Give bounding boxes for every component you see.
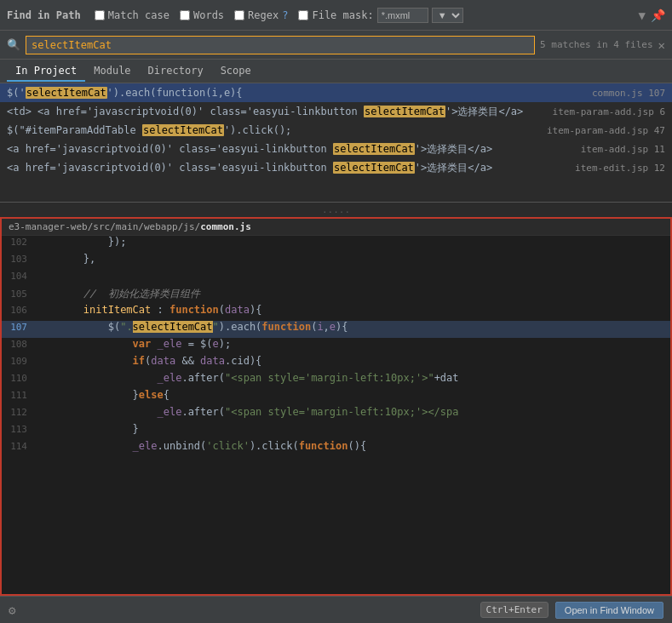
line-number: 106 bbox=[2, 305, 34, 316]
line-content: initItemCat : function(data){ bbox=[34, 304, 670, 316]
result-file: common.js 107 bbox=[592, 88, 665, 99]
filemask-option: File mask: ▼ bbox=[298, 8, 462, 23]
find-in-path-panel: Find in Path Match case Words Regex ? Fi… bbox=[0, 0, 672, 596]
line-content: _ele.after("<span style='margin-left:10p… bbox=[34, 372, 670, 384]
line-content: }else{ bbox=[34, 389, 670, 401]
line-number: 111 bbox=[2, 390, 34, 401]
tab-scope[interactable]: Scope bbox=[212, 61, 260, 82]
result-code: $("#itemParamAddTable selectItemCat').cl… bbox=[7, 124, 540, 136]
code-highlight: selectItemCat bbox=[142, 124, 224, 136]
line-number: 112 bbox=[2, 407, 34, 418]
line-content: }); bbox=[34, 236, 670, 248]
line-number: 104 bbox=[2, 271, 34, 282]
match-case-option[interactable]: Match case bbox=[95, 9, 169, 21]
result-code: <a href='javascriptvoid(0)' class='easyu… bbox=[7, 142, 574, 157]
code-body: 102 }); 103 }, 104 105 // 初始化选择类目组件 106 bbox=[2, 236, 670, 592]
code-line: 114 _ele.unbind('click').click(function(… bbox=[2, 440, 670, 457]
code-line: 111 }else{ bbox=[2, 389, 670, 406]
line-number: 114 bbox=[2, 441, 34, 452]
tabs-row: In Project Module Directory Scope bbox=[0, 60, 672, 83]
code-line: 113 } bbox=[2, 423, 670, 440]
open-in-find-window-button[interactable]: Open in Find Window bbox=[555, 602, 663, 619]
line-number: 105 bbox=[2, 289, 34, 300]
regex-label: Regex bbox=[248, 9, 279, 21]
code-highlight: selectItemCat bbox=[333, 162, 415, 174]
pin-icon[interactable]: 📌 bbox=[651, 9, 665, 22]
header-bar: Find in Path Match case Words Regex ? Fi… bbox=[0, 0, 672, 31]
words-option[interactable]: Words bbox=[180, 9, 224, 21]
line-content: // 初始化选择类目组件 bbox=[34, 287, 670, 301]
tab-module[interactable]: Module bbox=[85, 61, 139, 82]
result-row[interactable]: <td> <a href='javascriptvoid(0)' class='… bbox=[0, 102, 672, 121]
code-line-107: 107 $(".selectItemCat").each(function(i,… bbox=[2, 321, 670, 338]
filemask-checkbox[interactable] bbox=[298, 10, 308, 20]
line-content: var _ele = $(e); bbox=[34, 338, 670, 350]
line-content: $(".selectItemCat").each(function(i,e){ bbox=[34, 321, 670, 333]
code-line: 106 initItemCat : function(data){ bbox=[2, 304, 670, 321]
result-row[interactable]: $("#itemParamAddTable selectItemCat').cl… bbox=[0, 121, 672, 140]
code-line: 109 if(data && data.cid){ bbox=[2, 355, 670, 372]
line-content: }, bbox=[34, 253, 670, 265]
line-content: _ele.after("<span style='margin-left:10p… bbox=[34, 406, 670, 418]
result-file: item-add.jsp 11 bbox=[581, 144, 665, 155]
code-line: 105 // 初始化选择类目组件 bbox=[2, 287, 670, 304]
words-label: Words bbox=[193, 9, 224, 21]
filemask-input[interactable] bbox=[377, 8, 428, 23]
panel-title: Find in Path bbox=[7, 9, 81, 21]
line-number: 110 bbox=[2, 373, 34, 384]
settings-gear-icon[interactable]: ⚙ bbox=[9, 603, 15, 617]
search-icon: 🔍 bbox=[7, 38, 20, 51]
code-line: 112 _ele.after("<span style='margin-left… bbox=[2, 406, 670, 423]
line-number: 107 bbox=[2, 322, 34, 333]
code-line: 103 }, bbox=[2, 253, 670, 270]
code-line: 108 var _ele = $(e); bbox=[2, 338, 670, 355]
bottom-bar: ⚙ Ctrl+Enter Open in Find Window bbox=[0, 596, 672, 623]
regex-help-icon[interactable]: ? bbox=[282, 9, 288, 21]
tab-directory[interactable]: Directory bbox=[140, 61, 212, 82]
match-case-label: Match case bbox=[108, 9, 169, 21]
result-file: item-edit.jsp 12 bbox=[575, 163, 665, 174]
line-number: 109 bbox=[2, 356, 34, 367]
regex-checkbox[interactable] bbox=[234, 10, 244, 20]
code-line: 104 bbox=[2, 270, 670, 287]
header-icons: ▼ 📌 bbox=[639, 9, 665, 22]
bottom-right-actions: Ctrl+Enter Open in Find Window bbox=[480, 602, 663, 619]
code-prefix: $(' bbox=[7, 87, 26, 99]
line-number: 108 bbox=[2, 339, 34, 350]
code-suffix: ').each(function(i,e){ bbox=[107, 87, 243, 99]
line-number: 113 bbox=[2, 424, 34, 435]
line-number: 102 bbox=[2, 237, 34, 248]
code-highlight: selectItemCat bbox=[333, 143, 415, 155]
result-file: item-param-add.jsp 47 bbox=[547, 125, 665, 136]
search-clear-icon[interactable]: ✕ bbox=[658, 38, 665, 52]
code-file-header: e3-manager-web/src/main/webapp/js/common… bbox=[2, 219, 670, 236]
tab-in-project[interactable]: In Project bbox=[7, 61, 85, 82]
result-code: <td> <a href='javascriptvoid(0)' class='… bbox=[7, 105, 546, 119]
file-path: e3-manager-web/src/main/webapp/js/ bbox=[9, 221, 200, 232]
filter-icon[interactable]: ▼ bbox=[639, 9, 646, 22]
line-number: 103 bbox=[2, 254, 34, 265]
result-file: item-param-add.jsp 6 bbox=[553, 106, 665, 117]
results-list: $('selectItemCat').each(function(i,e){ c… bbox=[0, 83, 672, 203]
line-content: if(data && data.cid){ bbox=[34, 355, 670, 367]
result-code: $('selectItemCat').each(function(i,e){ bbox=[7, 87, 585, 99]
regex-option[interactable]: Regex ? bbox=[234, 9, 288, 21]
code-highlight: selectItemCat bbox=[26, 87, 107, 99]
words-checkbox[interactable] bbox=[180, 10, 190, 20]
code-highlight: selectItemCat bbox=[364, 106, 445, 117]
divider: ..... bbox=[0, 203, 672, 217]
line-content: } bbox=[34, 423, 670, 435]
search-input[interactable] bbox=[26, 36, 535, 54]
code-line: 102 }); bbox=[2, 236, 670, 253]
result-row[interactable]: $('selectItemCat').each(function(i,e){ c… bbox=[0, 83, 672, 102]
filemask-label: File mask: bbox=[312, 9, 373, 21]
line-content: _ele.unbind('click').click(function(){ bbox=[34, 440, 670, 452]
search-status: 5 matches in 4 files bbox=[540, 39, 652, 50]
result-row[interactable]: <a href='javascriptvoid(0)' class='easyu… bbox=[0, 158, 672, 177]
line-content bbox=[34, 270, 670, 282]
code-preview-panel: e3-manager-web/src/main/webapp/js/common… bbox=[0, 217, 672, 596]
match-case-checkbox[interactable] bbox=[95, 10, 105, 20]
result-row[interactable]: <a href='javascriptvoid(0)' class='easyu… bbox=[0, 140, 672, 158]
search-row: 🔍 5 matches in 4 files ✕ bbox=[0, 31, 672, 60]
filemask-dropdown[interactable]: ▼ bbox=[432, 8, 463, 23]
